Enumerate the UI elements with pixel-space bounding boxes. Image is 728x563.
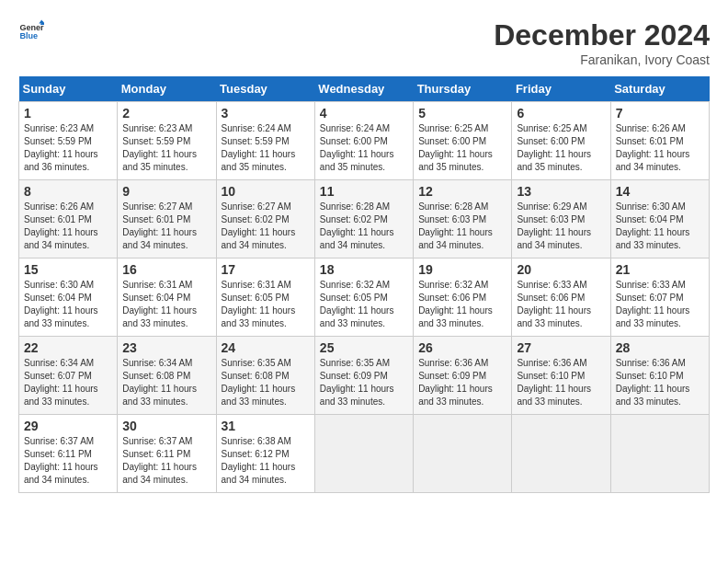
sunrise-label: Sunrise: 6:26 AM [616,123,686,133]
svg-text:General: General [19,23,44,32]
calendar-cell: 20 Sunrise: 6:33 AM Sunset: 6:06 PM Dayl… [512,259,610,337]
calendar-cell: 4 Sunrise: 6:24 AM Sunset: 6:00 PM Dayli… [314,102,413,180]
calendar-cell: 16 Sunrise: 6:31 AM Sunset: 6:04 PM Dayl… [118,259,216,337]
calendar-cell: 11 Sunrise: 6:28 AM Sunset: 6:02 PM Dayl… [314,180,413,259]
day-info: Sunrise: 6:33 AM Sunset: 6:07 PM Dayligh… [616,279,704,330]
calendar-cell: 8 Sunrise: 6:26 AM Sunset: 6:01 PM Dayli… [19,180,118,259]
location-subtitle: Faranikan, Ivory Coast [494,52,710,67]
day-header: Thursday [414,76,512,102]
daylight-label: Daylight: 11 hours and 34 minutes. [122,227,197,250]
daylight-label: Daylight: 11 hours and 33 minutes. [517,305,591,328]
calendar-cell: 27 Sunrise: 6:36 AM Sunset: 6:10 PM Dayl… [512,337,610,415]
day-number: 2 [122,106,210,121]
day-info: Sunrise: 6:36 AM Sunset: 6:10 PM Dayligh… [517,357,605,408]
day-info: Sunrise: 6:37 AM Sunset: 6:11 PM Dayligh… [122,435,210,487]
day-info: Sunrise: 6:34 AM Sunset: 6:08 PM Dayligh… [122,357,210,408]
sunrise-label: Sunrise: 6:25 AM [517,123,586,133]
daylight-label: Daylight: 11 hours and 35 minutes. [222,149,296,172]
daylight-label: Daylight: 11 hours and 33 minutes. [616,227,690,250]
day-number: 10 [222,184,310,199]
daylight-label: Daylight: 11 hours and 33 minutes. [320,384,394,407]
calendar-cell: 23 Sunrise: 6:34 AM Sunset: 6:08 PM Dayl… [118,337,216,415]
calendar-cell: 14 Sunrise: 6:30 AM Sunset: 6:04 PM Dayl… [610,180,709,259]
sunset-label: Sunset: 6:09 PM [320,371,388,381]
daylight-label: Daylight: 11 hours and 33 minutes. [222,305,296,328]
calendar-cell: 28 Sunrise: 6:36 AM Sunset: 6:10 PM Dayl… [610,337,709,415]
calendar-cell: 26 Sunrise: 6:36 AM Sunset: 6:09 PM Dayl… [414,337,512,415]
sunset-label: Sunset: 6:03 PM [517,214,585,224]
sunrise-label: Sunrise: 6:26 AM [24,201,94,212]
day-info: Sunrise: 6:27 AM Sunset: 6:02 PM Dayligh… [222,201,310,252]
day-number: 16 [122,262,210,277]
day-header: Sunday [19,76,118,102]
calendar-cell: 12 Sunrise: 6:28 AM Sunset: 6:03 PM Dayl… [414,180,512,259]
calendar-cell: 30 Sunrise: 6:37 AM Sunset: 6:11 PM Dayl… [118,415,216,493]
sunrise-label: Sunrise: 6:27 AM [222,201,291,212]
day-info: Sunrise: 6:24 AM Sunset: 6:00 PM Dayligh… [320,122,408,174]
daylight-label: Daylight: 11 hours and 35 minutes. [320,149,394,172]
sunrise-label: Sunrise: 6:31 AM [122,280,192,290]
calendar-cell: 29 Sunrise: 6:37 AM Sunset: 6:11 PM Dayl… [19,415,118,493]
daylight-label: Daylight: 11 hours and 33 minutes. [24,384,98,407]
calendar-cell: 1 Sunrise: 6:23 AM Sunset: 5:59 PM Dayli… [19,102,118,180]
calendar-cell: 31 Sunrise: 6:38 AM Sunset: 6:12 PM Dayl… [216,415,314,493]
daylight-label: Daylight: 11 hours and 34 minutes. [517,227,591,250]
sunset-label: Sunset: 6:04 PM [24,293,92,303]
sunset-label: Sunset: 5:59 PM [222,136,290,146]
calendar-cell: 9 Sunrise: 6:27 AM Sunset: 6:01 PM Dayli… [118,180,216,259]
day-number: 12 [418,184,506,199]
day-number: 19 [418,262,506,277]
sunset-label: Sunset: 6:10 PM [517,371,585,381]
sunset-label: Sunset: 6:02 PM [222,214,290,224]
calendar-week: 15 Sunrise: 6:30 AM Sunset: 6:04 PM Dayl… [19,259,710,337]
month-title: December 2024 [494,18,710,52]
day-number: 31 [222,419,310,433]
calendar-cell: 15 Sunrise: 6:30 AM Sunset: 6:04 PM Dayl… [19,259,118,337]
daylight-label: Daylight: 11 hours and 34 minutes. [24,462,98,485]
calendar-cell: 2 Sunrise: 6:23 AM Sunset: 5:59 PM Dayli… [118,102,216,180]
calendar-cell [314,415,413,493]
calendar-week: 29 Sunrise: 6:37 AM Sunset: 6:11 PM Dayl… [19,415,710,493]
sunset-label: Sunset: 6:01 PM [122,214,190,224]
day-number: 9 [122,184,210,199]
calendar-cell: 13 Sunrise: 6:29 AM Sunset: 6:03 PM Dayl… [512,180,610,259]
logo-icon: General Blue [18,18,44,44]
calendar-cell: 18 Sunrise: 6:32 AM Sunset: 6:05 PM Dayl… [314,259,413,337]
sunset-label: Sunset: 5:59 PM [24,136,92,146]
day-number: 5 [418,106,506,121]
daylight-label: Daylight: 11 hours and 35 minutes. [122,149,197,172]
sunset-label: Sunset: 6:06 PM [517,293,585,303]
calendar-table: SundayMondayTuesdayWednesdayThursdayFrid… [18,76,710,493]
title-section: December 2024 Faranikan, Ivory Coast [494,18,710,67]
sunrise-label: Sunrise: 6:24 AM [320,123,390,133]
sunrise-label: Sunrise: 6:35 AM [320,358,390,368]
sunrise-label: Sunrise: 6:32 AM [320,280,390,290]
sunset-label: Sunset: 5:59 PM [122,136,190,146]
sunrise-label: Sunrise: 6:23 AM [24,123,94,133]
day-info: Sunrise: 6:25 AM Sunset: 6:00 PM Dayligh… [418,122,506,174]
day-number: 26 [418,340,506,355]
day-header: Friday [512,76,610,102]
day-info: Sunrise: 6:35 AM Sunset: 6:09 PM Dayligh… [320,357,408,408]
daylight-label: Daylight: 11 hours and 33 minutes. [222,384,296,407]
day-info: Sunrise: 6:28 AM Sunset: 6:03 PM Dayligh… [418,201,506,252]
sunrise-label: Sunrise: 6:33 AM [616,280,686,290]
calendar-cell: 7 Sunrise: 6:26 AM Sunset: 6:01 PM Dayli… [610,102,709,180]
sunrise-label: Sunrise: 6:34 AM [24,358,94,368]
calendar-cell: 3 Sunrise: 6:24 AM Sunset: 5:59 PM Dayli… [216,102,314,180]
sunset-label: Sunset: 6:04 PM [122,293,190,303]
sunset-label: Sunset: 6:11 PM [122,449,190,459]
svg-text:Blue: Blue [19,31,38,40]
day-info: Sunrise: 6:33 AM Sunset: 6:06 PM Dayligh… [517,279,605,330]
sunrise-label: Sunrise: 6:27 AM [122,201,192,212]
day-number: 4 [320,106,408,121]
calendar-cell [512,415,610,493]
sunset-label: Sunset: 6:00 PM [517,136,585,146]
day-number: 8 [24,184,112,199]
day-number: 17 [222,262,310,277]
sunrise-label: Sunrise: 6:28 AM [320,201,390,212]
sunrise-label: Sunrise: 6:37 AM [24,436,94,446]
sunset-label: Sunset: 6:12 PM [222,449,290,459]
day-number: 25 [320,340,408,355]
day-number: 11 [320,184,408,199]
